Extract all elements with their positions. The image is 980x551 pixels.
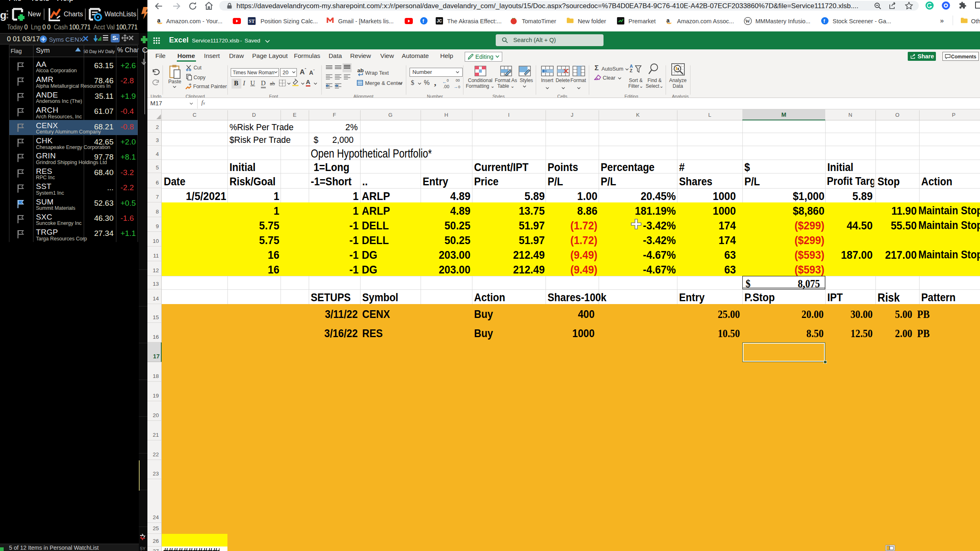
svg-text:ST: ST <box>249 18 255 24</box>
svg-text:W: W <box>745 18 750 24</box>
svg-text:a: a <box>666 17 670 24</box>
svg-text:a: a <box>157 17 160 24</box>
svg-text:JC: JC <box>437 19 442 23</box>
